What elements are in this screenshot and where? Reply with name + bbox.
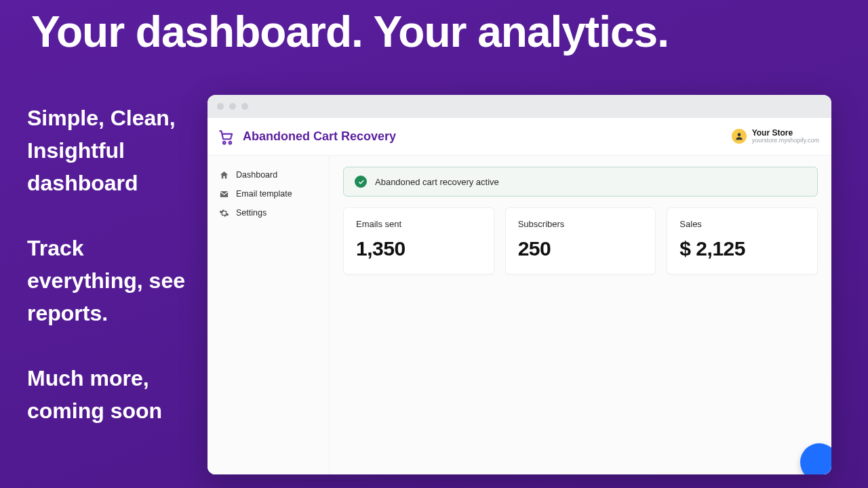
- svg-point-1: [229, 141, 231, 143]
- card-emails-sent: Emails sent 1,350: [343, 207, 494, 274]
- marketing-copy: Simple, Clean, Insightful dashboard Trac…: [27, 102, 197, 460]
- sidebar: Dashboard Email template Settings: [208, 156, 330, 474]
- browser-titlebar: [208, 95, 831, 118]
- stats-cards: Emails sent 1,350 Subscribers 250 Sales …: [343, 207, 818, 274]
- card-value: $ 2,125: [679, 237, 805, 260]
- gear-icon: [218, 207, 229, 218]
- card-value: 1,350: [356, 237, 481, 260]
- card-sales: Sales $ 2,125: [667, 207, 818, 274]
- card-label: Emails sent: [356, 219, 481, 229]
- sidebar-item-label: Settings: [236, 208, 267, 218]
- mail-icon: [218, 188, 229, 199]
- check-circle-icon: [355, 176, 367, 188]
- sidebar-item-label: Dashboard: [236, 170, 277, 180]
- copy-line-1: Simple, Clean, Insightful dashboard: [27, 102, 197, 199]
- avatar-icon: [732, 129, 747, 144]
- hero-title: Your dashboard. Your analytics.: [31, 7, 669, 57]
- card-value: 250: [518, 237, 644, 260]
- app-header: Abandoned Cart Recovery Your Store yours…: [208, 118, 831, 156]
- window-dot-1: [217, 103, 224, 110]
- main-content: Abandoned cart recovery active Emails se…: [330, 156, 831, 474]
- svg-point-2: [737, 134, 741, 137]
- copy-line-2: Track everything, see reports.: [27, 232, 197, 329]
- copy-line-3: Much more, coming soon: [27, 362, 197, 427]
- window-dot-2: [229, 103, 236, 110]
- cart-icon: [217, 127, 236, 146]
- sidebar-item-settings[interactable]: Settings: [208, 203, 329, 222]
- sidebar-item-dashboard[interactable]: Dashboard: [208, 165, 329, 184]
- store-text: Your Store yourstore.myshopify.com: [752, 129, 819, 144]
- browser-window: Abandoned Cart Recovery Your Store yours…: [208, 95, 831, 474]
- store-url: yourstore.myshopify.com: [752, 138, 819, 144]
- window-dot-3: [241, 103, 248, 110]
- sidebar-item-email-template[interactable]: Email template: [208, 184, 329, 203]
- card-subscribers: Subscribers 250: [505, 207, 656, 274]
- svg-point-0: [223, 141, 225, 143]
- app-brand: Abandoned Cart Recovery: [217, 127, 396, 146]
- app-title: Abandoned Cart Recovery: [243, 129, 396, 144]
- card-label: Sales: [679, 219, 805, 229]
- status-text: Abandoned cart recovery active: [375, 177, 499, 187]
- card-label: Subscribers: [518, 219, 644, 229]
- home-icon: [218, 169, 229, 180]
- app-shell: Abandoned Cart Recovery Your Store yours…: [208, 118, 831, 474]
- status-banner: Abandoned cart recovery active: [343, 167, 818, 197]
- sidebar-item-label: Email template: [236, 189, 292, 199]
- app-body: Dashboard Email template Settings: [208, 156, 831, 474]
- store-account[interactable]: Your Store yourstore.myshopify.com: [732, 129, 819, 144]
